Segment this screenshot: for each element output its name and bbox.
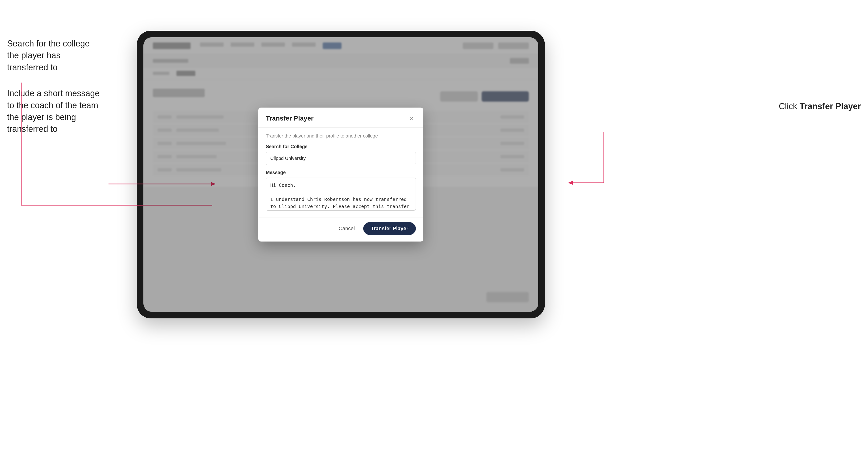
modal-footer: Cancel Transfer Player bbox=[258, 217, 423, 242]
modal-close-button[interactable]: × bbox=[407, 114, 416, 123]
annotation-text-bottom: Include a short message to the coach of … bbox=[7, 88, 101, 135]
annotation-left: Search for the college the player has tr… bbox=[7, 38, 101, 149]
message-textarea[interactable] bbox=[266, 178, 416, 211]
annotation-right: Click Transfer Player bbox=[779, 101, 861, 111]
modal-title: Transfer Player bbox=[266, 115, 313, 122]
message-label: Message bbox=[266, 170, 416, 175]
modal-subtitle: Transfer the player and their profile to… bbox=[266, 133, 416, 139]
search-college-input[interactable] bbox=[266, 152, 416, 165]
annotation-right-text: Click Transfer Player bbox=[779, 101, 861, 111]
modal-body: Transfer the player and their profile to… bbox=[258, 128, 423, 217]
tablet-frame: Transfer Player × Transfer the player an… bbox=[137, 31, 545, 318]
modal-overlay: Transfer Player × Transfer the player an… bbox=[144, 37, 538, 312]
tablet-screen: Transfer Player × Transfer the player an… bbox=[144, 37, 538, 312]
transfer-player-modal: Transfer Player × Transfer the player an… bbox=[258, 107, 423, 242]
search-college-label: Search for College bbox=[266, 144, 416, 149]
annotation-text-top: Search for the college the player has tr… bbox=[7, 38, 101, 73]
transfer-player-button[interactable]: Transfer Player bbox=[363, 222, 416, 235]
svg-marker-7 bbox=[568, 181, 573, 185]
modal-header: Transfer Player × bbox=[258, 107, 423, 128]
cancel-button[interactable]: Cancel bbox=[334, 223, 360, 235]
